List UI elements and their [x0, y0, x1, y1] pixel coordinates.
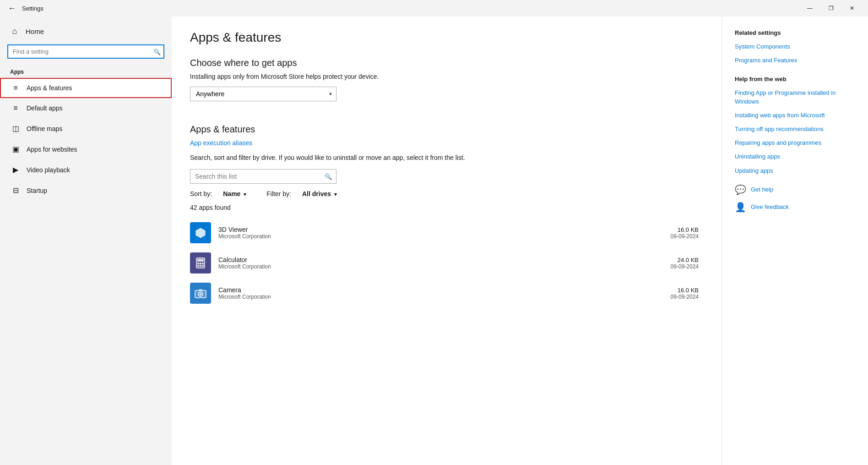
- sidebar-icon-startup: ⊟: [11, 186, 20, 195]
- app-item-camera[interactable]: Camera Microsoft Corporation 16.0 KB 09-…: [190, 278, 699, 308]
- sidebar-label-startup: Startup: [27, 187, 47, 194]
- app-name-camera: Camera: [218, 286, 663, 294]
- help-title: Help from the web: [735, 76, 855, 82]
- sidebar-search-input[interactable]: [7, 44, 164, 59]
- app-meta-calculator: 24.0 KB 09-09-2024: [671, 257, 699, 270]
- get-apps-dropdown[interactable]: AnywhereAnywhere, but warn me before ins…: [190, 87, 336, 101]
- app-name-3d-viewer: 3D Viewer: [218, 226, 663, 233]
- svg-rect-3: [200, 263, 201, 264]
- app-info-camera: Camera Microsoft Corporation: [218, 286, 663, 300]
- home-icon: [10, 27, 19, 36]
- choose-section-desc: Installing apps only from Microsoft Stor…: [190, 73, 699, 80]
- page-title: Apps & features: [190, 30, 699, 45]
- sidebar-label-apps-websites: Apps for websites: [27, 146, 77, 153]
- back-button[interactable]: ←: [5, 2, 18, 15]
- related-link-system-components[interactable]: System Components: [735, 43, 855, 51]
- help-actions: 💬 Get help 👤 Give feedback: [735, 184, 855, 213]
- minimize-button[interactable]: —: [799, 0, 820, 16]
- sidebar-home-label: Home: [26, 27, 44, 35]
- app-publisher-calculator: Microsoft Corporation: [218, 263, 663, 270]
- help-link-installing-web-apps[interactable]: Installing web apps from Microsoft: [735, 111, 855, 120]
- app-publisher-camera: Microsoft Corporation: [218, 294, 663, 300]
- sidebar-item-startup[interactable]: ⊟ Startup: [0, 180, 172, 201]
- svg-rect-2: [197, 263, 199, 264]
- get-help-link[interactable]: Get help: [751, 186, 773, 193]
- choose-section-heading: Choose where to get apps: [190, 58, 699, 68]
- search-list-input[interactable]: [190, 169, 336, 184]
- svg-rect-4: [202, 263, 204, 264]
- apps-count: 42 apps found: [190, 204, 699, 211]
- get-help-action: 💬 Get help: [735, 184, 855, 195]
- sidebar-section-label: Apps: [0, 65, 172, 78]
- search-list-wrap: 🔍: [190, 169, 336, 184]
- app-date-camera: 09-09-2024: [671, 294, 699, 300]
- sidebar-item-apps-features[interactable]: ≡ Apps & features: [0, 78, 172, 98]
- sidebar-icon-offline-maps: ◫: [11, 124, 20, 133]
- sidebar-item-default-apps[interactable]: ≡ Default apps: [0, 98, 172, 118]
- sidebar-label-video-playback: Video playback: [27, 166, 70, 174]
- sidebar-item-apps-websites[interactable]: ▣ Apps for websites: [0, 139, 172, 159]
- sidebar-icon-video-playback: ▶: [11, 165, 20, 174]
- sidebar-icon-apps-websites: ▣: [11, 145, 20, 153]
- related-links-container: System ComponentsPrograms and Features: [735, 43, 855, 65]
- help-links-container: Finding App or Programme installed in Wi…: [735, 89, 855, 175]
- sidebar-icon-apps-features: ≡: [11, 84, 20, 92]
- app-size-3d-viewer: 16.0 KB: [671, 226, 699, 233]
- app-meta-3d-viewer: 16.0 KB 09-09-2024: [671, 226, 699, 240]
- apps-section-desc: Search, sort and filter by drive. If you…: [190, 153, 699, 163]
- sidebar-item-video-playback[interactable]: ▶ Video playback: [0, 159, 172, 180]
- right-panel: Related settings System ComponentsProgra…: [722, 16, 868, 465]
- app-info-calculator: Calculator Microsoft Corporation: [218, 256, 663, 270]
- sidebar-label-apps-features: Apps & features: [27, 84, 72, 92]
- related-settings-title: Related settings: [735, 29, 855, 36]
- restore-button[interactable]: ❐: [820, 0, 841, 16]
- app-item-calculator[interactable]: Calculator Microsoft Corporation 24.0 KB…: [190, 248, 699, 278]
- help-link-repairing-apps[interactable]: Repairing apps and programmes: [735, 139, 855, 147]
- give-feedback-icon: 👤: [735, 202, 746, 213]
- help-link-turning-off-recommendations[interactable]: Turning off app recommendations: [735, 125, 855, 133]
- related-link-programs-features[interactable]: Programs and Features: [735, 56, 855, 65]
- svg-rect-5: [197, 265, 199, 267]
- main-content: Apps & features Choose where to get apps…: [172, 16, 722, 465]
- app-size-calculator: 24.0 KB: [671, 257, 699, 263]
- filter-value[interactable]: All drives ▾: [302, 190, 337, 197]
- sidebar-items-container: ≡ Apps & features ≡ Default apps ◫ Offli…: [0, 78, 172, 201]
- app-item-3d-viewer[interactable]: 3D Viewer Microsoft Corporation 16.0 KB …: [190, 218, 699, 248]
- help-link-uninstalling-apps[interactable]: Uninstalling apps: [735, 153, 855, 161]
- sidebar: Home 🔍 Apps ≡ Apps & features ≡ Default …: [0, 16, 172, 465]
- app-icon-3d-viewer: [190, 222, 211, 243]
- close-button[interactable]: ✕: [841, 0, 863, 16]
- app-publisher-3d-viewer: Microsoft Corporation: [218, 233, 663, 240]
- svg-point-10: [200, 293, 202, 295]
- svg-rect-11: [199, 289, 202, 291]
- sort-label: Sort by:: [190, 190, 212, 197]
- help-link-finding-app[interactable]: Finding App or Programme installed in Wi…: [735, 89, 855, 105]
- sidebar-search-wrap: 🔍: [0, 41, 172, 65]
- execution-aliases-link[interactable]: App execution aliases: [190, 139, 252, 147]
- app-date-3d-viewer: 09-09-2024: [671, 233, 699, 240]
- titlebar-title: Settings: [22, 5, 43, 12]
- svg-rect-1: [197, 259, 204, 262]
- sidebar-home-item[interactable]: Home: [0, 22, 172, 41]
- filter-label: Filter by:: [266, 190, 291, 197]
- get-apps-dropdown-wrap: AnywhereAnywhere, but warn me before ins…: [190, 87, 336, 101]
- app-name-calculator: Calculator: [218, 256, 663, 263]
- filter-value-text: All drives: [302, 190, 331, 197]
- main-container: Home 🔍 Apps ≡ Apps & features ≡ Default …: [0, 16, 868, 465]
- titlebar-controls: — ❐ ✕: [799, 0, 863, 16]
- give-feedback-action: 👤 Give feedback: [735, 202, 855, 213]
- help-link-updating-apps[interactable]: Updating apps: [735, 167, 855, 175]
- sort-filter-row: Sort by: Name ▾ Filter by: All drives ▾: [190, 190, 699, 197]
- app-size-camera: 16.0 KB: [671, 287, 699, 294]
- apps-section-heading: Apps & features: [190, 124, 699, 135]
- filter-chevron-icon: ▾: [334, 191, 337, 197]
- sidebar-label-offline-maps: Offline maps: [27, 125, 62, 132]
- sort-value[interactable]: Name ▾: [223, 190, 246, 197]
- give-feedback-link[interactable]: Give feedback: [751, 203, 789, 210]
- sidebar-label-default-apps: Default apps: [27, 104, 63, 112]
- sidebar-item-offline-maps[interactable]: ◫ Offline maps: [0, 118, 172, 139]
- divider: [190, 114, 699, 124]
- app-info-3d-viewer: 3D Viewer Microsoft Corporation: [218, 226, 663, 240]
- sort-value-text: Name: [223, 190, 240, 197]
- app-date-calculator: 09-09-2024: [671, 263, 699, 270]
